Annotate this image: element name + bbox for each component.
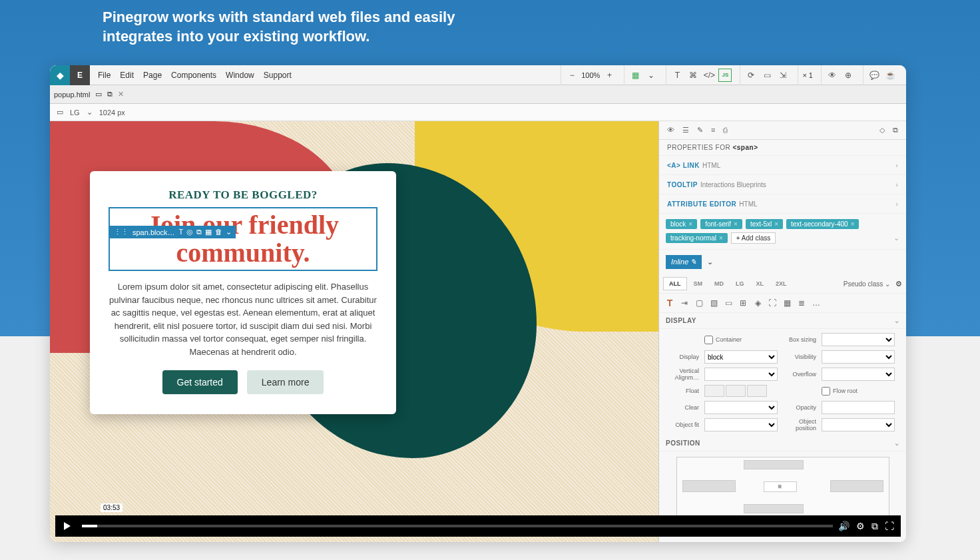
chevron-down-icon[interactable]: ⌄ [893,234,899,242]
pip-icon[interactable]: ⧉ [871,521,878,532]
list-icon[interactable]: ≡ [711,126,715,135]
tab-external-icon[interactable]: ⧉ [107,90,113,99]
size-icon[interactable]: ⛶ [767,298,778,308]
clear-select[interactable] [704,401,778,414]
menu-components[interactable]: Components [171,71,216,80]
reveal-icon[interactable]: ◇ [879,126,885,135]
trash-icon[interactable]: 🗑 [215,228,222,236]
typography-icon[interactable]: T [664,298,675,308]
globe-icon[interactable]: ⊕ [842,69,855,82]
chevron-down-icon[interactable]: ⌄ [87,108,93,117]
eye-off-icon[interactable]: 👁 [826,69,839,82]
js-icon[interactable]: JS [718,69,732,82]
padding-icon[interactable]: ▢ [694,298,704,308]
display-select[interactable]: block [704,350,778,364]
tab-view-icon[interactable]: ▭ [95,90,102,99]
viewport-bp[interactable]: LG [70,109,80,117]
volume-icon[interactable]: 🔊 [838,521,850,532]
device-icon[interactable]: ▭ [57,108,63,117]
app-logo-button[interactable]: ◆ [50,65,70,85]
class-chip[interactable]: font-serif× [700,219,742,229]
position-editor[interactable]: ≡ [676,457,889,517]
container-checkbox[interactable]: Container [704,336,778,344]
text-tool-icon[interactable]: T [670,69,684,82]
inline-badge[interactable]: Inline ✎ [666,255,702,269]
bp-2xl[interactable]: 2XL [770,278,792,290]
class-chip[interactable]: block× [666,219,697,229]
target-icon[interactable]: ◎ [186,228,193,236]
menu-window[interactable]: Window [226,71,254,80]
e-button[interactable]: E [70,65,90,85]
progress-bar[interactable] [82,525,833,527]
list-icon[interactable]: ≣ [796,298,807,308]
text-edit-icon[interactable]: T [179,228,184,236]
menu-edit[interactable]: Edit [120,71,134,80]
remove-class-icon[interactable]: × [719,234,723,242]
file-tab[interactable]: popup.html [54,91,90,99]
print-icon[interactable]: ⎙ [723,126,728,135]
multiplier[interactable]: × 1 [802,71,813,79]
float-buttons[interactable] [704,385,778,397]
refresh-icon[interactable]: ⟳ [744,69,758,82]
chat-icon[interactable]: 💬 [867,69,881,82]
layout-icon[interactable]: ⊞ [738,298,748,308]
position-icon[interactable]: ◈ [752,298,763,308]
menu-page[interactable]: Page [143,71,162,80]
menu-support[interactable]: Support [264,71,292,80]
spacing-icon[interactable]: ⇥ [679,298,690,308]
grid-icon[interactable]: ▦ [782,298,792,308]
filter-icon[interactable]: ⚙ [895,280,902,288]
object-pos-select[interactable] [822,418,895,431]
display-header[interactable]: DISPLAY⌄ [659,313,906,329]
remove-class-icon[interactable]: × [851,220,855,228]
opacity-input[interactable] [822,401,895,414]
copy-icon[interactable]: ⧉ [893,126,898,135]
fullscreen-icon[interactable]: ⛶ [885,521,894,532]
sliders-icon[interactable]: ☰ [682,126,689,135]
position-header[interactable]: POSITION⌄ [659,435,906,451]
zoom-in-icon[interactable]: + [603,69,616,82]
remove-class-icon[interactable]: × [734,220,738,228]
play-button[interactable] [58,517,77,535]
zoom-out-icon[interactable]: − [565,69,579,82]
export-icon[interactable]: ⇲ [776,69,790,82]
bp-xl[interactable]: XL [751,278,770,290]
grid-icon[interactable]: ▦ [628,69,642,82]
learn-more-button[interactable]: Learn more [247,370,324,394]
section-a-link[interactable]: <A> LINKHTML › [659,156,906,175]
popup-headline-selected[interactable]: Join our friendly community. [109,207,377,271]
duplicate-icon[interactable]: ⧉ [196,228,202,236]
class-chip[interactable]: tracking-normal× [666,233,728,243]
drag-handle-icon[interactable]: ⋮⋮ [114,228,128,236]
canvas[interactable]: ⋮⋮ span.block… T ◎ ⧉ ▦ 🗑 ⌄ READY TO BE B… [50,121,658,542]
bug-icon[interactable]: ⌘ [686,69,700,82]
code-icon[interactable]: </> [702,69,716,82]
pseudo-class-select[interactable]: Pseudo class ⌄ [844,280,894,288]
section-attribute-editor[interactable]: ATTRIBUTE EDITORHTML › [659,194,906,214]
get-started-button[interactable]: Get started [162,370,238,394]
tab-close-icon[interactable]: ✕ [118,90,124,99]
section-tooltip[interactable]: TOOLTIPInteractions Blueprints › [659,175,906,194]
more-icon[interactable]: … [811,298,822,308]
device-icon[interactable]: ▭ [760,69,774,82]
box-sizing-select[interactable] [822,333,895,346]
coffee-icon[interactable]: ☕ [883,69,897,82]
background-icon[interactable]: ▧ [708,298,719,308]
selection-indicator[interactable]: ⋮⋮ span.block… T ◎ ⧉ ▦ 🗑 ⌄ [110,226,236,238]
remove-class-icon[interactable]: × [688,220,692,228]
brush-icon[interactable]: ✎ [697,126,703,135]
class-chip[interactable]: text-5xl× [746,219,783,229]
grid-icon[interactable]: ▦ [205,228,212,236]
remove-class-icon[interactable]: × [774,220,778,228]
object-fit-select[interactable] [704,418,778,431]
bp-md[interactable]: MD [709,278,729,290]
border-icon[interactable]: ▭ [723,298,734,308]
chevron-down-icon[interactable]: ⌄ [707,258,713,266]
eye-icon[interactable]: 👁 [667,126,674,135]
visibility-select[interactable] [822,350,895,364]
chevron-down-icon[interactable]: ⌄ [226,228,232,236]
chevron-down-icon[interactable]: ⌄ [644,69,658,82]
flow-root-checkbox[interactable]: Flow root [822,387,895,396]
settings-icon[interactable]: ⚙ [856,521,865,532]
bp-sm[interactable]: SM [688,278,708,290]
